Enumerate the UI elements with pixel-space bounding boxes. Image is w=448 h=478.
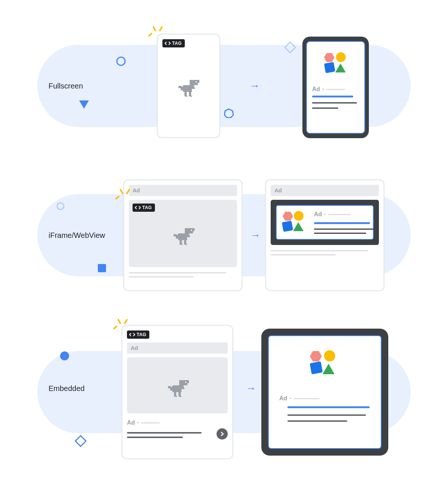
outer-ad-bar: Ad [271,185,379,196]
triangle-icon [78,99,90,109]
ad-text-line [287,420,347,422]
circle-outline-pale-icon [56,202,65,211]
ad-link-line [312,96,353,97]
svg-line-6 [160,27,162,31]
svg-line-4 [149,34,152,36]
svg-line-21 [116,196,119,199]
row-iframe: iFrame/WebView Ad TAG [15,164,433,306]
svg-line-39 [118,320,120,323]
svg-rect-9 [196,81,197,83]
ad-inline-label: Ad· [279,395,320,402]
svg-line-40 [125,320,127,323]
row-embedded: Embedded TAG Ad [15,314,433,467]
spark-icon [148,25,164,37]
ad-text-line [287,415,366,416]
svg-line-38 [114,326,116,329]
text-line [129,272,226,273]
circle-icon [294,211,304,221]
arrow-right-icon: → [246,382,256,394]
heptagon-outline-icon [224,108,234,118]
arrow-right-icon: → [250,229,261,241]
iframe-rendered: Ad· [271,200,379,245]
text-line [271,250,368,251]
tag-badge-text: TAG [172,41,182,46]
ad-text-line [314,229,374,230]
row-label-iframe: iFrame/WebView [49,231,105,240]
svg-rect-51 [180,396,181,397]
text-line [271,254,336,255]
result-phone-bezel: Ad· [302,37,369,138]
dino-placeholder-icon [174,226,196,248]
svg-line-22 [121,190,122,193]
tag-badge: TAG [162,39,185,47]
svg-rect-50 [175,396,177,397]
svg-rect-13 [178,86,181,88]
svg-rect-2 [285,42,295,53]
svg-rect-43 [185,382,186,383]
circle-outline-icon [116,56,126,66]
app-shapes-cluster [324,52,350,74]
svg-rect-47 [168,386,171,388]
svg-rect-37 [75,436,86,446]
svg-rect-25 [185,228,195,231]
svg-marker-3 [224,109,233,118]
circle-icon [336,52,346,62]
spark-icon [113,318,129,329]
svg-rect-42 [179,380,189,383]
ad-text-line-1 [312,102,357,103]
hexagon-icon [310,351,322,361]
svg-marker-1 [79,100,89,109]
result-browser: Ad Ad· [265,179,385,291]
text-line [129,276,194,277]
tag-badge: TAG [133,204,155,212]
source-browser: Ad TAG [123,179,243,291]
row-fullscreen: Fullscreen TAG → [15,15,433,157]
svg-rect-52 [181,388,184,389]
tag-badge-text: TAG [142,205,152,210]
svg-rect-16 [186,96,187,97]
diamond-outline-icon [75,435,87,447]
svg-rect-18 [192,87,195,89]
svg-point-36 [60,351,69,360]
ad-link-line [287,406,370,408]
tag-badge-text: TAG [137,332,146,337]
ad-heading-line [127,437,183,438]
ad-card: Ad· [276,205,374,240]
circle-icon [60,351,69,361]
row-label-embedded: Embedded [49,384,85,393]
carousel-ad-unit: Ad· [127,419,228,440]
svg-rect-26 [191,230,192,231]
ad-text-line [314,233,366,234]
ad-inline-label: Ad· [312,86,345,93]
carousel-next-button[interactable] [217,428,228,440]
code-tag-icon [129,332,135,337]
iframe-area: TAG [129,200,237,267]
svg-rect-33 [181,244,183,245]
result-tablet-screen: Ad· [268,335,382,449]
ad-inline-label: Ad· [314,211,374,218]
row-label-fullscreen: Fullscreen [49,82,83,90]
code-tag-icon [165,41,171,46]
content-area [127,357,228,413]
triangle-green-icon [323,364,335,374]
hexagon-icon [324,53,335,62]
svg-line-23 [127,190,129,193]
svg-line-5 [153,27,155,31]
svg-rect-17 [190,96,192,97]
svg-rect-20 [98,264,106,272]
diamond-outline-icon [284,41,296,54]
arrow-right-icon: → [249,80,260,92]
square-icon [310,361,323,375]
svg-rect-34 [186,244,187,245]
svg-rect-8 [190,80,199,83]
app-shapes-cluster [310,350,340,374]
hexagon-icon [283,212,293,221]
result-tablet-bezel: Ad· [261,329,388,456]
svg-rect-30 [174,234,177,236]
tag-badge: TAG [127,330,149,339]
result-phone-screen: Ad· [306,41,365,134]
svg-rect-35 [187,236,190,237]
square-icon [282,221,293,232]
dino-placeholder-icon [178,78,201,100]
ad-inline-label: Ad· [127,419,213,426]
